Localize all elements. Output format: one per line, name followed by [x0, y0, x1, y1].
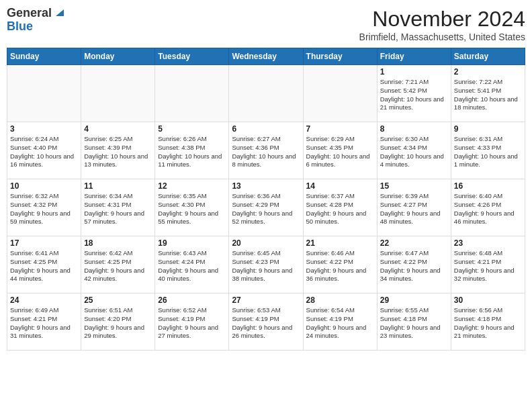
- title-area: November 2024 Brimfield, Massachusetts, …: [359, 7, 525, 42]
- day-info: Sunrise: 6:27 AM Sunset: 4:36 PM Dayligh…: [232, 135, 300, 169]
- calendar-day-cell: 7Sunrise: 6:29 AM Sunset: 4:35 PM Daylig…: [303, 122, 377, 179]
- calendar-day-cell: 6Sunrise: 6:27 AM Sunset: 4:36 PM Daylig…: [229, 122, 303, 179]
- calendar-week-row: 17Sunrise: 6:41 AM Sunset: 4:25 PM Dayli…: [7, 236, 525, 293]
- day-number: 9: [454, 124, 522, 134]
- day-number: 12: [158, 181, 226, 191]
- day-number: 20: [232, 238, 300, 248]
- day-number: 7: [306, 124, 374, 134]
- calendar-week-row: 3Sunrise: 6:24 AM Sunset: 4:40 PM Daylig…: [7, 122, 525, 179]
- day-number: 11: [84, 181, 152, 191]
- day-info: Sunrise: 6:30 AM Sunset: 4:34 PM Dayligh…: [380, 135, 448, 169]
- day-info: Sunrise: 6:49 AM Sunset: 4:21 PM Dayligh…: [10, 306, 78, 340]
- weekday-header: Tuesday: [155, 48, 229, 65]
- calendar-day-cell: 22Sunrise: 6:47 AM Sunset: 4:22 PM Dayli…: [377, 236, 451, 293]
- day-info: Sunrise: 6:29 AM Sunset: 4:35 PM Dayligh…: [306, 135, 374, 169]
- day-info: Sunrise: 6:32 AM Sunset: 4:32 PM Dayligh…: [10, 192, 78, 226]
- calendar-day-cell: [81, 65, 155, 122]
- calendar-day-cell: [155, 65, 229, 122]
- weekday-header: Saturday: [451, 48, 525, 65]
- day-info: Sunrise: 6:24 AM Sunset: 4:40 PM Dayligh…: [10, 135, 78, 169]
- day-number: 13: [232, 181, 300, 191]
- day-number: 10: [10, 181, 78, 191]
- calendar-day-cell: 11Sunrise: 6:34 AM Sunset: 4:31 PM Dayli…: [81, 179, 155, 236]
- day-number: 25: [84, 295, 152, 305]
- day-number: 29: [380, 295, 448, 305]
- calendar-day-cell: 21Sunrise: 6:46 AM Sunset: 4:22 PM Dayli…: [303, 236, 377, 293]
- day-info: Sunrise: 7:22 AM Sunset: 5:41 PM Dayligh…: [454, 78, 522, 112]
- calendar-day-cell: 9Sunrise: 6:31 AM Sunset: 4:33 PM Daylig…: [451, 122, 525, 179]
- weekday-header: Sunday: [7, 48, 81, 65]
- day-number: 23: [454, 238, 522, 248]
- day-number: 15: [380, 181, 448, 191]
- calendar-day-cell: 23Sunrise: 6:48 AM Sunset: 4:21 PM Dayli…: [451, 236, 525, 293]
- day-number: 26: [158, 295, 226, 305]
- day-number: 16: [454, 181, 522, 191]
- day-info: Sunrise: 6:40 AM Sunset: 4:26 PM Dayligh…: [454, 192, 522, 226]
- calendar-day-cell: 19Sunrise: 6:43 AM Sunset: 4:24 PM Dayli…: [155, 236, 229, 293]
- calendar-day-cell: 12Sunrise: 6:35 AM Sunset: 4:30 PM Dayli…: [155, 179, 229, 236]
- day-number: 4: [84, 124, 152, 134]
- day-number: 5: [158, 124, 226, 134]
- day-info: Sunrise: 6:41 AM Sunset: 4:25 PM Dayligh…: [10, 249, 78, 283]
- month-title: November 2024: [359, 7, 525, 32]
- day-info: Sunrise: 6:51 AM Sunset: 4:20 PM Dayligh…: [84, 306, 152, 340]
- day-info: Sunrise: 6:35 AM Sunset: 4:30 PM Dayligh…: [158, 192, 226, 226]
- day-info: Sunrise: 6:55 AM Sunset: 4:18 PM Dayligh…: [380, 306, 448, 340]
- logo: General Blue: [7, 7, 64, 34]
- day-info: Sunrise: 6:47 AM Sunset: 4:22 PM Dayligh…: [380, 249, 448, 283]
- page-header: General Blue November 2024 Brimfield, Ma…: [7, 7, 525, 42]
- day-info: Sunrise: 6:42 AM Sunset: 4:25 PM Dayligh…: [84, 249, 152, 283]
- logo-icon: [53, 7, 64, 17]
- calendar-week-row: 10Sunrise: 6:32 AM Sunset: 4:32 PM Dayli…: [7, 179, 525, 236]
- day-number: 3: [10, 124, 78, 134]
- day-number: 1: [380, 67, 448, 77]
- day-info: Sunrise: 6:56 AM Sunset: 4:18 PM Dayligh…: [454, 306, 522, 340]
- calendar-day-cell: [229, 65, 303, 122]
- calendar-header-row: SundayMondayTuesdayWednesdayThursdayFrid…: [7, 48, 525, 65]
- calendar-day-cell: 1Sunrise: 7:21 AM Sunset: 5:42 PM Daylig…: [377, 65, 451, 122]
- calendar-week-row: 24Sunrise: 6:49 AM Sunset: 4:21 PM Dayli…: [7, 293, 525, 351]
- day-number: 30: [454, 295, 522, 305]
- day-number: 17: [10, 238, 78, 248]
- day-number: 28: [306, 295, 374, 305]
- calendar-day-cell: 26Sunrise: 6:52 AM Sunset: 4:19 PM Dayli…: [155, 293, 229, 351]
- day-info: Sunrise: 6:54 AM Sunset: 4:19 PM Dayligh…: [306, 306, 374, 340]
- day-info: Sunrise: 6:52 AM Sunset: 4:19 PM Dayligh…: [158, 306, 226, 340]
- logo-blue-text: Blue: [7, 19, 33, 33]
- calendar-day-cell: [7, 65, 81, 122]
- logo-general-text: General: [7, 7, 52, 20]
- svg-marker-0: [56, 9, 64, 16]
- weekday-header: Wednesday: [229, 48, 303, 65]
- calendar-day-cell: 16Sunrise: 6:40 AM Sunset: 4:26 PM Dayli…: [451, 179, 525, 236]
- day-number: 2: [454, 67, 522, 77]
- day-info: Sunrise: 6:39 AM Sunset: 4:27 PM Dayligh…: [380, 192, 448, 226]
- day-info: Sunrise: 6:34 AM Sunset: 4:31 PM Dayligh…: [84, 192, 152, 226]
- calendar-day-cell: 17Sunrise: 6:41 AM Sunset: 4:25 PM Dayli…: [7, 236, 81, 293]
- calendar-day-cell: 27Sunrise: 6:53 AM Sunset: 4:19 PM Dayli…: [229, 293, 303, 351]
- day-number: 22: [380, 238, 448, 248]
- calendar-day-cell: [303, 65, 377, 122]
- day-number: 6: [232, 124, 300, 134]
- calendar-day-cell: 4Sunrise: 6:25 AM Sunset: 4:39 PM Daylig…: [81, 122, 155, 179]
- day-info: Sunrise: 6:43 AM Sunset: 4:24 PM Dayligh…: [158, 249, 226, 283]
- weekday-header: Monday: [81, 48, 155, 65]
- calendar-day-cell: 5Sunrise: 6:26 AM Sunset: 4:38 PM Daylig…: [155, 122, 229, 179]
- day-info: Sunrise: 6:53 AM Sunset: 4:19 PM Dayligh…: [232, 306, 300, 340]
- day-info: Sunrise: 6:48 AM Sunset: 4:21 PM Dayligh…: [454, 249, 522, 283]
- weekday-header: Friday: [377, 48, 451, 65]
- calendar-day-cell: 15Sunrise: 6:39 AM Sunset: 4:27 PM Dayli…: [377, 179, 451, 236]
- calendar-day-cell: 30Sunrise: 6:56 AM Sunset: 4:18 PM Dayli…: [451, 293, 525, 351]
- day-info: Sunrise: 6:37 AM Sunset: 4:28 PM Dayligh…: [306, 192, 374, 226]
- day-number: 8: [380, 124, 448, 134]
- day-info: Sunrise: 6:26 AM Sunset: 4:38 PM Dayligh…: [158, 135, 226, 169]
- day-number: 24: [10, 295, 78, 305]
- weekday-header: Thursday: [303, 48, 377, 65]
- calendar-day-cell: 29Sunrise: 6:55 AM Sunset: 4:18 PM Dayli…: [377, 293, 451, 351]
- day-info: Sunrise: 6:36 AM Sunset: 4:29 PM Dayligh…: [232, 192, 300, 226]
- calendar-day-cell: 14Sunrise: 6:37 AM Sunset: 4:28 PM Dayli…: [303, 179, 377, 236]
- calendar-day-cell: 28Sunrise: 6:54 AM Sunset: 4:19 PM Dayli…: [303, 293, 377, 351]
- location-title: Brimfield, Massachusetts, United States: [359, 32, 525, 42]
- calendar-day-cell: 24Sunrise: 6:49 AM Sunset: 4:21 PM Dayli…: [7, 293, 81, 351]
- day-number: 19: [158, 238, 226, 248]
- calendar-day-cell: 20Sunrise: 6:45 AM Sunset: 4:23 PM Dayli…: [229, 236, 303, 293]
